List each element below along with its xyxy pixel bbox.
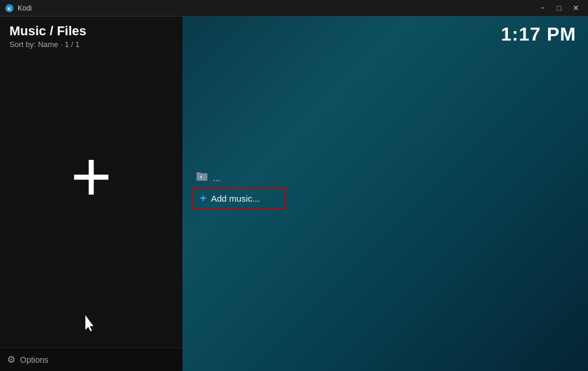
options-label: Options <box>20 355 48 365</box>
options-bar[interactable]: ⚙ Options <box>0 347 182 371</box>
options-icon: ⚙ <box>7 354 15 365</box>
folder-back-icon <box>197 172 208 184</box>
sort-info: Sort by: Name · 1 / 1 <box>9 40 173 49</box>
plus-large-icon: + <box>71 141 112 212</box>
sidebar-header: Music / Files Sort by: Name · 1 / 1 <box>0 16 182 52</box>
kodi-logo-icon: K <box>5 4 14 13</box>
parent-directory-item[interactable]: ... <box>192 169 286 186</box>
add-music-plus-icon: + <box>200 192 207 205</box>
cursor-area <box>0 300 182 347</box>
file-list: ... + Add music... <box>192 169 286 209</box>
minimize-button[interactable]: − <box>535 2 550 14</box>
breadcrumb: Music / Files <box>9 24 173 39</box>
add-music-label: Add music... <box>211 193 260 203</box>
clock: 1:17 PM <box>501 24 576 45</box>
sidebar: Music / Files Sort by: Name · 1 / 1 + ⚙ … <box>0 16 182 371</box>
parent-directory-label: ... <box>213 173 221 183</box>
svg-rect-3 <box>197 172 201 175</box>
titlebar-controls: − □ ✕ <box>535 2 583 14</box>
svg-text:K: K <box>8 6 12 12</box>
close-button[interactable]: ✕ <box>568 2 583 14</box>
main-layout: Music / Files Sort by: Name · 1 / 1 + ⚙ … <box>0 16 588 371</box>
plus-icon-area: + <box>0 52 182 300</box>
titlebar-left: K Kodi <box>5 4 32 13</box>
add-music-item[interactable]: + Add music... <box>192 188 286 209</box>
content-area: 1:17 PM ... + Add music... <box>182 16 588 371</box>
titlebar: K Kodi − □ ✕ <box>0 0 588 16</box>
titlebar-title: Kodi <box>18 4 32 12</box>
maximize-button[interactable]: □ <box>552 2 567 14</box>
cursor-icon <box>82 315 100 333</box>
